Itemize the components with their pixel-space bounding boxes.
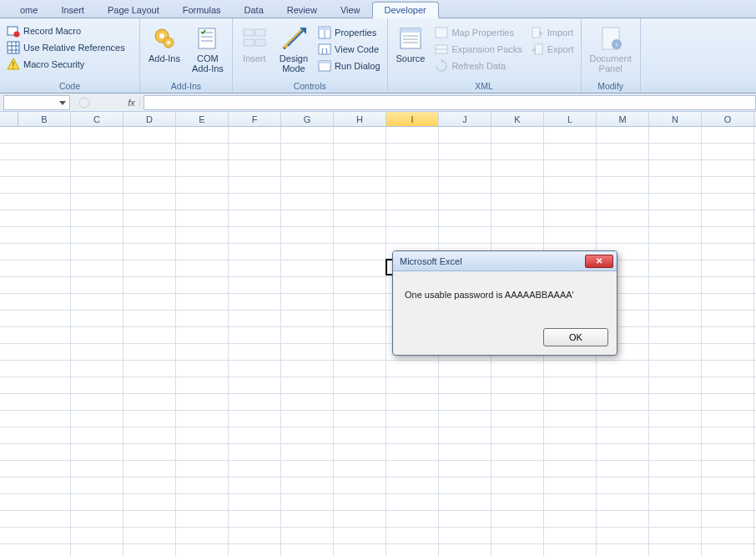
column-header-G[interactable]: G [281,112,334,126]
svg-text:{ }: { } [321,47,328,54]
expansion-packs-button: Expansion Packs [433,42,523,57]
properties-label: Properties [335,28,376,38]
dialog-title: Microsoft Excel [400,256,462,266]
import-button: Import [529,25,576,40]
com-addins-button[interactable]: COMAdd-Ins [189,23,227,75]
source-button[interactable]: Source [393,23,429,65]
refresh-data-label: Refresh Data [451,61,506,71]
dropdown-icon [59,99,66,106]
ok-button[interactable]: OK [543,328,608,346]
svg-rect-13 [199,28,215,48]
formula-input[interactable] [144,95,756,110]
insert-button: Insert [238,23,271,65]
record-macro-label: Record Macro [23,26,81,36]
view-code-button[interactable]: { } View Code [316,42,381,57]
svg-rect-19 [244,39,254,46]
dialog-message: One usable password is AAAAABBAAAA' [393,271,617,325]
map-properties-button: Map Properties [433,25,523,40]
column-header-K[interactable]: K [491,112,544,126]
svg-rect-30 [319,61,330,63]
column-header-H[interactable]: H [334,112,386,126]
com-addins-label: COMAdd-Ins [192,53,224,73]
export-label: Export [547,44,574,54]
source-icon [397,25,424,52]
group-xml: Source Map Properties Expansion Packs Re… [388,18,582,93]
insert-label: Insert [243,53,266,63]
run-dialog-label: Run Dialog [335,61,380,71]
view-code-label: View Code [335,44,379,54]
properties-icon [318,26,331,39]
column-header-L[interactable]: L [544,112,597,126]
warning-icon: ! [7,58,20,71]
column-headers: BCDEFGHIJKLMNO [0,112,756,127]
tab-page-layout[interactable]: Page Layout [96,3,171,18]
design-mode-button[interactable]: DesignMode [276,23,311,75]
column-header-M[interactable]: M [597,112,649,126]
import-icon [531,26,544,39]
map-properties-label: Map Properties [451,28,514,38]
group-addins-label: Add-Ins [145,80,227,93]
group-code: Record Macro Use Relative References ! M… [0,18,140,93]
tab-review[interactable]: Review [275,3,329,18]
document-panel-label: DocumentPanel [590,53,632,73]
svg-rect-42 [535,44,542,54]
group-xml-label: XML [393,80,576,93]
svg-rect-17 [244,29,254,36]
dialog-titlebar[interactable]: Microsoft Excel ✕ [393,251,617,271]
svg-rect-20 [255,39,265,46]
ribbon-tabs: omeInsertPage LayoutFormulasDataReviewVi… [0,0,756,18]
column-header-D[interactable]: D [123,112,176,126]
svg-rect-40 [532,28,540,38]
import-label: Import [547,28,573,38]
tab-data[interactable]: Data [233,3,275,18]
source-label: Source [396,53,426,63]
macro-security-label: Macro Security [23,59,84,69]
column-header-F[interactable]: F [229,112,281,126]
design-mode-icon [280,25,307,52]
column-header-N[interactable]: N [649,112,702,126]
svg-marker-21 [283,28,305,49]
use-relative-references-button[interactable]: Use Relative References [5,40,127,55]
properties-button[interactable]: Properties [316,25,381,40]
record-macro-button[interactable]: Record Macro [5,23,83,38]
select-all-corner[interactable] [0,112,18,126]
close-button[interactable]: ✕ [585,255,613,268]
spreadsheet-grid[interactable]: Microsoft Excel ✕ One usable password is… [0,127,756,556]
group-controls: Insert DesignMode Properties [233,18,388,93]
column-header-E[interactable]: E [176,112,229,126]
fx-label[interactable]: fx [123,98,140,108]
column-header-J[interactable]: J [439,112,491,126]
tab-view[interactable]: View [329,3,372,18]
export-button: Export [529,42,576,57]
name-box[interactable] [3,95,70,110]
design-mode-label: DesignMode [280,53,308,73]
record-macro-icon [7,24,20,38]
document-panel-button: i DocumentPanel [587,23,635,75]
map-properties-icon [435,26,448,39]
addins-button[interactable]: Add-Ins [145,23,184,65]
macro-security-button[interactable]: ! Macro Security [5,57,86,72]
column-header-C[interactable]: C [71,112,123,126]
svg-marker-43 [532,48,536,53]
close-icon: ✕ [596,256,602,265]
cancel-icon [78,97,90,109]
export-icon [531,43,544,56]
formula-bar: fx [0,94,756,112]
tab-formulas[interactable]: Formulas [171,3,233,18]
group-addins: Add-Ins COMAdd-Ins Add-Ins [140,18,233,93]
tab-developer[interactable]: Developer [372,2,439,18]
use-relative-label: Use Relative References [23,43,125,53]
ribbon: Record Macro Use Relative References ! M… [0,18,756,94]
tab-insert[interactable]: Insert [49,3,96,18]
document-panel-icon: i [597,25,624,52]
svg-text:!: ! [13,61,15,70]
column-header-B[interactable]: B [18,112,71,126]
group-controls-label: Controls [238,80,382,93]
svg-point-1 [14,32,20,38]
column-header-I[interactable]: I [386,112,439,126]
expansion-packs-icon [435,43,448,56]
column-header-O[interactable]: O [702,112,754,126]
tab-ome[interactable]: ome [8,3,49,18]
refresh-icon [435,59,448,73]
run-dialog-button[interactable]: Run Dialog [316,58,381,73]
